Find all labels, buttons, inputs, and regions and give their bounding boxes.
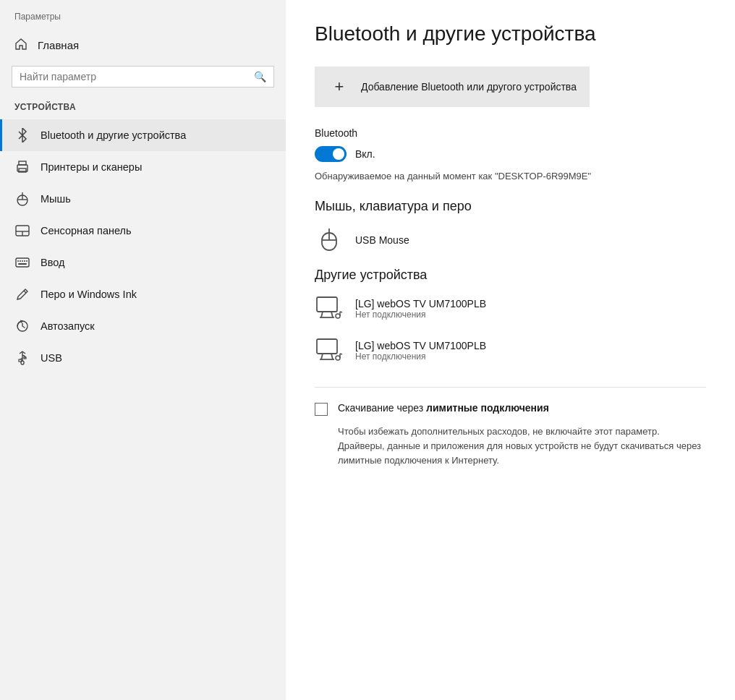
bluetooth-section: Bluetooth Вкл. Обнаруживаемое на данный … <box>315 127 706 182</box>
sidebar-item-printers[interactable]: Принтеры и сканеры <box>0 151 286 183</box>
device-status-tv2: Нет подключения <box>355 351 486 362</box>
touchpad-icon <box>14 223 30 239</box>
bluetooth-toggle[interactable] <box>315 146 347 162</box>
svg-line-36 <box>340 312 342 312</box>
device-item-tv2: [LG] webOS TV UM7100PLB Нет подключения <box>315 336 706 365</box>
mouse-section-heading: Мышь, клавиатура и перо <box>315 199 706 214</box>
pen-icon <box>14 286 30 302</box>
plus-icon: + <box>328 75 351 98</box>
sidebar-autorun-label: Автозапуск <box>41 320 95 332</box>
metered-description: Чтобы избежать дополнительных расходов, … <box>338 424 706 468</box>
svg-line-39 <box>331 354 333 359</box>
metered-label-part1: Скачивание через <box>338 402 426 414</box>
svg-point-41 <box>336 356 340 360</box>
page-title: Bluetooth и другие устройства <box>315 22 706 46</box>
svg-rect-37 <box>317 339 337 354</box>
svg-point-34 <box>336 314 340 318</box>
sidebar-touchpad-label: Сенсорная панель <box>41 225 132 236</box>
mouse-keyboard-section: Мышь, клавиатура и перо USB Mouse <box>315 199 706 255</box>
other-devices-heading: Другие устройства <box>315 268 706 283</box>
search-box[interactable]: 🔍 <box>12 66 274 88</box>
metered-checkbox[interactable] <box>315 403 328 416</box>
sidebar-item-input[interactable]: Ввод <box>0 247 286 278</box>
device-item-usb-mouse: USB Mouse <box>315 226 706 255</box>
svg-rect-30 <box>317 297 337 312</box>
sidebar-item-usb[interactable]: USB <box>0 342 286 374</box>
sidebar-pen-label: Перо и Windows Ink <box>41 289 137 300</box>
app-title: Параметры <box>0 0 286 29</box>
metered-row: Скачивание через лимитные подключения <box>315 402 706 416</box>
toggle-on-text: Вкл. <box>355 148 375 160</box>
device-info-tv1: [LG] webOS TV UM7100PLB Нет подключения <box>355 298 486 320</box>
sidebar-section-title: Устройства <box>0 98 286 119</box>
svg-line-43 <box>340 354 342 354</box>
sidebar-item-mouse[interactable]: Мышь <box>0 183 286 215</box>
search-input[interactable] <box>20 71 248 82</box>
mouse-nav-icon <box>14 191 30 207</box>
sidebar-item-pen[interactable]: Перо и Windows Ink <box>0 278 286 310</box>
device-info-usb-mouse: USB Mouse <box>355 234 409 246</box>
usb-icon <box>14 350 30 366</box>
sidebar: Параметры Главная 🔍 Устройства Bluetooth… <box>0 0 286 700</box>
tv-device-icon-1 <box>315 294 344 323</box>
sidebar-printers-label: Принтеры и сканеры <box>41 161 142 173</box>
main-content: Bluetooth и другие устройства + Добавлен… <box>286 0 735 700</box>
keyboard-icon <box>14 255 30 270</box>
metered-section: Скачивание через лимитные подключения Чт… <box>315 387 706 468</box>
mouse-device-icon <box>315 226 344 255</box>
sidebar-input-label: Ввод <box>41 257 64 268</box>
metered-label: Скачивание через лимитные подключения <box>338 402 549 414</box>
sidebar-home-button[interactable]: Главная <box>0 29 286 61</box>
bluetooth-toggle-row: Вкл. <box>315 146 706 162</box>
search-icon[interactable]: 🔍 <box>254 71 266 82</box>
tv-device-icon-2 <box>315 336 344 365</box>
device-name-usb-mouse: USB Mouse <box>355 234 409 246</box>
other-devices-section: Другие устройства [LG] webOS TV UM7100PL… <box>315 268 706 365</box>
add-device-button[interactable]: + Добавление Bluetooth или другого устро… <box>315 67 590 107</box>
add-device-label: Добавление Bluetooth или другого устройс… <box>361 81 577 93</box>
sidebar-item-bluetooth[interactable]: Bluetooth и другие устройства <box>0 119 286 151</box>
bluetooth-nav-icon <box>14 127 30 143</box>
svg-line-31 <box>321 312 323 317</box>
sidebar-item-touchpad[interactable]: Сенсорная панель <box>0 215 286 247</box>
device-name-tv2: [LG] webOS TV UM7100PLB <box>355 340 486 351</box>
metered-label-bold: лимитные подключения <box>426 402 549 414</box>
sidebar-mouse-label: Мышь <box>41 193 71 205</box>
home-icon <box>14 38 27 53</box>
svg-rect-10 <box>16 258 29 267</box>
svg-line-38 <box>321 354 323 359</box>
discoverable-text: Обнаруживаемое на данный момент как "DES… <box>315 171 706 182</box>
bluetooth-label: Bluetooth <box>315 127 706 139</box>
device-info-tv2: [LG] webOS TV UM7100PLB Нет подключения <box>355 340 486 362</box>
autorun-icon <box>14 318 30 334</box>
svg-line-17 <box>24 291 26 293</box>
device-name-tv1: [LG] webOS TV UM7100PLB <box>355 298 486 310</box>
sidebar-item-autorun[interactable]: Автозапуск <box>0 310 286 342</box>
sidebar-bluetooth-label: Bluetooth и другие устройства <box>41 129 186 141</box>
device-status-tv1: Нет подключения <box>355 310 486 320</box>
svg-rect-25 <box>21 361 24 364</box>
printer-icon <box>14 159 30 175</box>
sidebar-usb-label: USB <box>41 352 62 364</box>
svg-rect-1 <box>19 161 26 165</box>
svg-line-32 <box>331 312 333 317</box>
device-item-tv1: [LG] webOS TV UM7100PLB Нет подключения <box>315 294 706 323</box>
home-label: Главная <box>38 39 79 51</box>
